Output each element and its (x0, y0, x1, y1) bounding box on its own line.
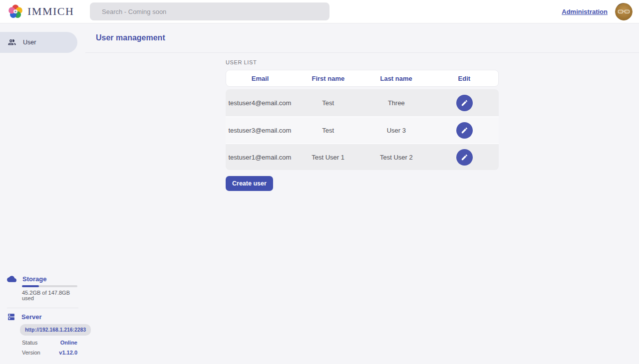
pencil-icon (461, 127, 468, 134)
create-user-button[interactable]: Create user (226, 176, 273, 191)
server-url-badge: http://192.168.1.216:2283 (20, 324, 91, 336)
cell-email: testuser4@email.com (226, 99, 294, 107)
avatar-photo-icon (615, 3, 633, 20)
table-row: testuser1@email.com Test User 1 Test Use… (226, 143, 499, 170)
server-block: Server http://192.168.1.216:2283 Status … (0, 313, 85, 356)
page-layout: User Storage 45.2GB of 147.8GB used (0, 23, 639, 364)
storage-usage-text: 45.2GB of 147.8GB used (22, 290, 77, 301)
sidebar-divider (7, 308, 78, 308)
cell-first-name: Test (294, 127, 362, 134)
column-header-first-name: First name (294, 75, 362, 82)
page-title: User management (96, 33, 165, 42)
cell-last-name: Test User 2 (362, 154, 431, 161)
column-header-email: Email (226, 75, 294, 82)
pencil-icon (461, 99, 468, 107)
version-value: v1.12.0 (59, 350, 77, 356)
search-input[interactable] (90, 2, 329, 20)
table-header-row: Email First name Last name Edit (226, 70, 499, 87)
cell-last-name: User 3 (362, 127, 431, 134)
edit-user-button[interactable] (456, 149, 473, 166)
status-label: Status (22, 340, 37, 346)
server-header: Server (0, 313, 85, 321)
storage-block: Storage 45.2GB of 147.8GB used (0, 275, 85, 301)
main-content: User management USER LIST Email First na… (85, 23, 639, 364)
cell-edit (430, 95, 499, 111)
sidebar-bottom: Storage 45.2GB of 147.8GB used Server ht… (0, 275, 85, 364)
cell-email: testuser3@email.com (226, 127, 294, 134)
app-title: IMMICH (27, 5, 74, 18)
cell-first-name: Test User 1 (294, 154, 362, 161)
edit-user-button[interactable] (456, 122, 473, 139)
column-header-last-name: Last name (362, 75, 430, 82)
sidebar-item-user-label: User (23, 39, 36, 46)
edit-user-button[interactable] (456, 95, 473, 111)
storage-header: Storage (0, 275, 85, 283)
immich-flower-logo-icon (8, 4, 23, 19)
table-row: testuser3@email.com Test User 3 (226, 116, 499, 143)
user-avatar[interactable] (615, 3, 633, 20)
sidebar-item-user[interactable]: User (0, 32, 77, 53)
user-group-icon (7, 38, 16, 47)
sidebar: User Storage 45.2GB of 147.8GB used (0, 23, 85, 364)
main-header: User management (85, 23, 639, 53)
cell-last-name: Three (362, 99, 431, 107)
top-bar-right: Administration (562, 3, 639, 20)
version-label: Version (22, 350, 40, 356)
cell-edit (430, 149, 499, 166)
cloud-icon (7, 274, 16, 284)
storage-progress-bar (22, 285, 77, 287)
server-icon (7, 313, 15, 321)
cell-edit (430, 122, 499, 139)
table-body: testuser4@email.com Test Three testuser3… (226, 89, 499, 170)
server-status-row: Status Online (22, 340, 77, 346)
storage-title: Storage (22, 275, 46, 283)
column-header-edit: Edit (430, 75, 498, 82)
cell-first-name: Test (294, 99, 362, 107)
storage-progress-fill (22, 285, 39, 287)
cell-email: testuser1@email.com (226, 154, 294, 161)
status-value: Online (60, 340, 77, 346)
brand[interactable]: IMMICH (0, 4, 74, 19)
administration-link[interactable]: Administration (562, 8, 608, 15)
user-list-section: USER LIST Email First name Last name Edi… (226, 59, 499, 191)
top-bar: IMMICH Administration (0, 0, 639, 23)
table-row: testuser4@email.com Test Three (226, 89, 499, 116)
server-title: Server (21, 313, 41, 321)
pencil-icon (461, 154, 468, 161)
section-title: USER LIST (226, 59, 499, 66)
server-version-row: Version v1.12.0 (22, 350, 77, 356)
